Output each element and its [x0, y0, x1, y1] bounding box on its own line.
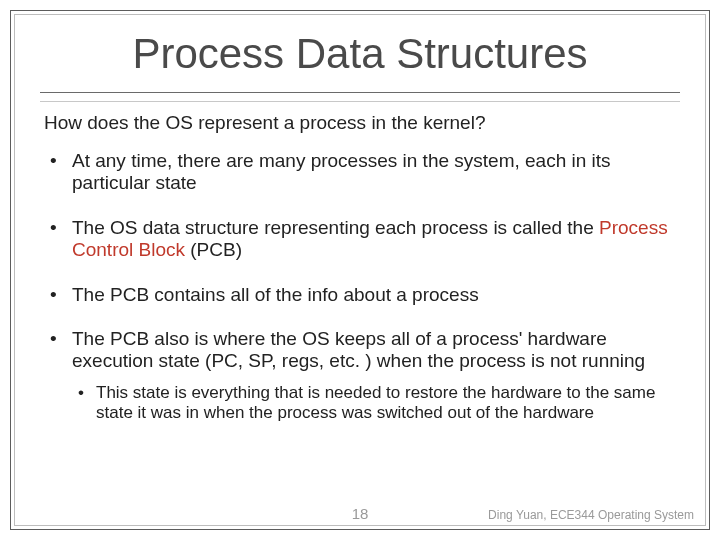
- bullet-item: The PCB also is where the OS keeps all o…: [66, 328, 676, 423]
- bullet-text: At any time, there are many processes in…: [72, 150, 611, 193]
- bullet-list: At any time, there are many processes in…: [44, 150, 676, 423]
- sub-bullet-text: This state is everything that is needed …: [96, 383, 655, 422]
- lead-question: How does the OS represent a process in t…: [44, 112, 676, 134]
- sub-bullet-item: This state is everything that is needed …: [92, 383, 676, 423]
- bullet-text-prefix: The OS data structure representing each …: [72, 217, 599, 238]
- bullet-text-suffix: (PCB): [185, 239, 242, 260]
- sub-bullet-list: This state is everything that is needed …: [72, 383, 676, 423]
- footer-credit: Ding Yuan, ECE344 Operating System: [488, 508, 694, 522]
- title-rule: [40, 92, 680, 102]
- bullet-text: The PCB also is where the OS keeps all o…: [72, 328, 645, 371]
- slide-title: Process Data Structures: [22, 30, 698, 78]
- bullet-text: The PCB contains all of the info about a…: [72, 284, 479, 305]
- bullet-item: The OS data structure representing each …: [66, 217, 676, 262]
- bullet-item: At any time, there are many processes in…: [66, 150, 676, 195]
- content-area: How does the OS represent a process in t…: [22, 108, 698, 423]
- bullet-item: The PCB contains all of the info about a…: [66, 284, 676, 306]
- slide: Process Data Structures How does the OS …: [0, 0, 720, 540]
